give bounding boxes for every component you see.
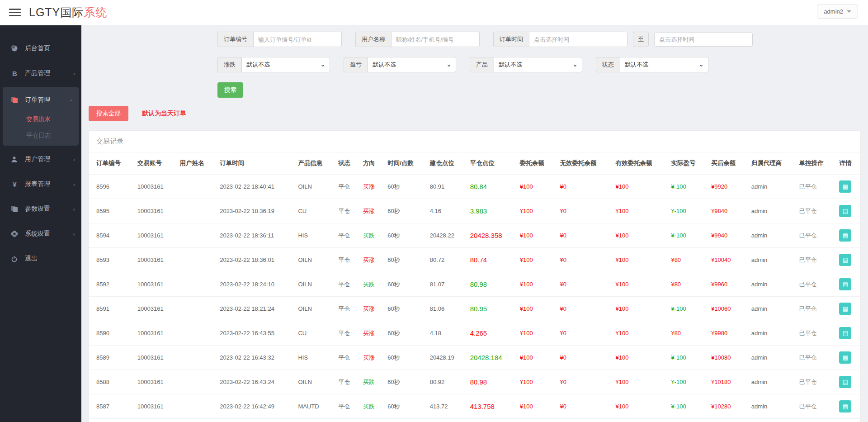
time-start-input[interactable] xyxy=(529,32,627,47)
cell-valid-entrust: ¥100 xyxy=(612,346,667,370)
sidebar-group-orders: 订单管理 › 交易流水 平仓日志 xyxy=(3,87,79,146)
product-select-value: 默认不选 xyxy=(499,61,522,69)
cell-open-point: 81.06 xyxy=(426,297,467,321)
sidebar-item-system[interactable]: 系统设置 › xyxy=(0,223,81,245)
profit-filter: 盈亏 默认不选 ⌄ xyxy=(344,57,456,72)
cell-close-point: 3.983 xyxy=(467,199,516,223)
updown-select[interactable]: 默认不选 ⌄ xyxy=(241,57,330,72)
cell-order-time: 2023-02-22 18:36:19 xyxy=(216,199,294,223)
order-no-label: 订单编号 xyxy=(217,32,253,47)
chevron-down-icon: ⌄ xyxy=(573,62,577,68)
search-button[interactable]: 搜索 xyxy=(217,82,243,98)
cell-operation: 已平仓 xyxy=(796,321,836,346)
order-no-input[interactable] xyxy=(253,32,342,47)
cell-order-no: 8594 xyxy=(89,223,134,248)
detail-button[interactable]: ▤ xyxy=(839,303,851,315)
detail-button[interactable]: ▤ xyxy=(839,254,851,266)
column-header: 详情 xyxy=(835,152,860,175)
sidebar-item-label: 参数设置 xyxy=(25,205,50,213)
orders-icon xyxy=(11,96,19,104)
user-icon xyxy=(11,156,19,163)
cell-product: OILN xyxy=(294,175,335,199)
order-time-end-filter xyxy=(654,33,753,47)
chevron-down-icon: ⌄ xyxy=(321,62,325,68)
sidebar-item-users[interactable]: 用户管理 › xyxy=(0,148,81,171)
sidebar-item-params[interactable]: 参数设置 › xyxy=(0,198,81,220)
cell-order-time: 2023-02-22 16:43:32 xyxy=(216,346,294,370)
profit-select[interactable]: 默认不选 ⌄ xyxy=(368,57,456,72)
detail-button[interactable]: ▤ xyxy=(839,278,851,290)
sidebar-item-label: 产品管理 xyxy=(25,69,50,77)
cell-user-name xyxy=(176,297,216,321)
search-all-button[interactable]: 搜索全部 xyxy=(89,106,128,121)
cell-detail: ▤ xyxy=(835,175,860,199)
cell-detail: ▤ xyxy=(835,223,860,248)
cell-detail: ▤ xyxy=(835,370,860,394)
cell-duration: 60秒 xyxy=(384,419,426,422)
order-no-filter: 订单编号 xyxy=(217,32,342,47)
cell-invalid-entrust: ¥0 xyxy=(557,297,612,321)
cell-operation: 已平仓 xyxy=(796,346,836,370)
detail-button[interactable]: ▤ xyxy=(839,351,851,364)
sidebar-subitem-trade-flow[interactable]: 交易流水 xyxy=(3,111,79,128)
detail-button[interactable]: ▤ xyxy=(839,376,851,388)
sidebar-item-products[interactable]: B 产品管理 › xyxy=(0,62,81,85)
sidebar-item-reports[interactable]: ¥ 报表管理 › xyxy=(0,173,81,195)
cell-after-balance: ¥9920 xyxy=(708,175,748,199)
cell-actual-profit: ¥80 xyxy=(667,248,708,272)
cell-duration: 60秒 xyxy=(384,297,426,321)
cell-order-no: 8589 xyxy=(89,346,134,370)
cell-status: 平仓 xyxy=(335,370,359,394)
cell-user-name xyxy=(176,223,216,248)
user-dropdown[interactable]: admin2 xyxy=(817,5,858,19)
cell-detail: ▤ xyxy=(835,394,860,419)
user-name-input[interactable] xyxy=(391,32,480,47)
cell-order-no: 8588 xyxy=(89,370,134,394)
status-select[interactable]: 默认不选 ⌄ xyxy=(620,57,708,72)
cell-agent: admin xyxy=(748,346,796,370)
cell-invalid-entrust: ¥0 xyxy=(557,223,612,248)
cell-agent: admin xyxy=(748,297,796,321)
cell-status: 平仓 xyxy=(335,394,359,419)
cell-agent: admin xyxy=(748,175,796,199)
cell-order-no: 8590 xyxy=(89,321,134,346)
product-select[interactable]: 默认不选 ⌄ xyxy=(494,57,582,72)
cell-detail: ▤ xyxy=(835,297,860,321)
cell-actual-profit: ¥-100 xyxy=(667,346,708,370)
cell-valid-entrust: ¥100 xyxy=(612,297,667,321)
cell-after-balance: ¥9960 xyxy=(708,272,748,297)
cell-duration: 60秒 xyxy=(384,346,426,370)
sidebar-item-orders[interactable]: 订单管理 › xyxy=(3,89,79,111)
user-name: admin2 xyxy=(824,8,843,15)
yen-icon: ¥ xyxy=(11,180,19,188)
detail-button[interactable]: ▤ xyxy=(839,229,851,242)
cell-operation: 已平仓 xyxy=(796,297,836,321)
detail-button[interactable]: ▤ xyxy=(839,327,851,339)
cell-open-point: 1845.3 xyxy=(426,419,467,422)
detail-button[interactable]: ▤ xyxy=(839,180,851,193)
detail-button[interactable]: ▤ xyxy=(839,400,851,413)
table-row: 8596100031612023-02-22 18:40:41OILN平仓买涨6… xyxy=(89,175,860,199)
cell-open-point: 4.18 xyxy=(426,321,467,346)
column-header: 订单编号 xyxy=(89,152,134,175)
cell-after-balance: ¥9840 xyxy=(708,199,748,223)
sidebar-item-dashboard[interactable]: 后台首页 xyxy=(0,37,81,60)
cell-close-point: 80.95 xyxy=(467,297,516,321)
cell-agent: admin xyxy=(748,370,796,394)
cell-detail: ▤ xyxy=(835,272,860,297)
time-end-input[interactable] xyxy=(654,33,753,47)
cell-open-point: 413.72 xyxy=(426,394,467,419)
cell-duration: 60秒 xyxy=(384,223,426,248)
filter-row-2: 涨跌 默认不选 ⌄ 盈亏 默认不选 ⌄ 产品 默认不选 xyxy=(217,57,861,72)
chevron-down-icon: ⌄ xyxy=(447,62,451,68)
hamburger-menu-icon[interactable] xyxy=(9,9,21,16)
detail-button[interactable]: ▤ xyxy=(839,205,851,217)
sidebar-subitem-close-log[interactable]: 平仓日志 xyxy=(3,128,79,144)
sidebar-item-logout[interactable]: 退出 xyxy=(0,247,81,270)
cell-duration: 60秒 xyxy=(384,175,426,199)
column-header: 交易账号 xyxy=(134,152,176,175)
bitcoin-icon: B xyxy=(11,70,19,77)
cell-actual-profit: ¥-100 xyxy=(667,175,708,199)
chevron-right-icon: › xyxy=(73,156,75,163)
cell-operation: 已平仓 xyxy=(796,223,836,248)
